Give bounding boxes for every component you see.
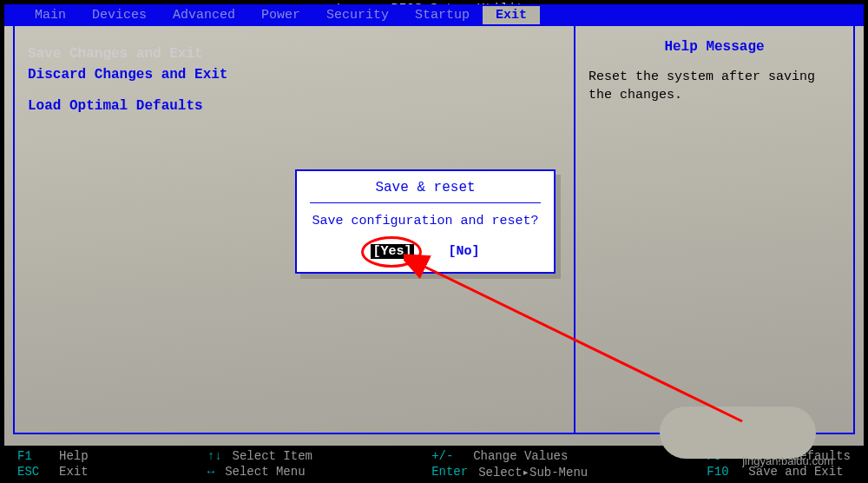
action-select-item: Select Item: [233, 449, 312, 463]
menu-security[interactable]: Security: [313, 6, 402, 24]
menu-devices[interactable]: Devices: [79, 6, 160, 24]
key-f10: F10: [707, 465, 738, 479]
key-esc: ESC: [17, 465, 49, 479]
menu-power[interactable]: Power: [248, 6, 313, 24]
key-updown: ↑↓: [207, 449, 222, 463]
confirm-dialog: Save & reset Save configuration and rese…: [295, 169, 556, 274]
key-enter: Enter: [431, 465, 468, 480]
action-select-menu: Select Menu: [225, 465, 305, 479]
option-load-defaults[interactable]: Load Optimal Defaults: [28, 96, 561, 116]
watermark-bg: [660, 407, 816, 459]
key-leftright: ↔: [207, 465, 214, 479]
action-change-values: Change Values: [473, 449, 568, 463]
dialog-message: Save configuration and reset?: [310, 214, 541, 228]
menu-startup[interactable]: Startup: [402, 6, 483, 24]
action-exit: Exit: [59, 465, 89, 479]
yes-button[interactable]: [Yes]: [371, 244, 413, 259]
menu-exit[interactable]: Exit: [483, 6, 540, 24]
option-discard-exit[interactable]: Discard Changes and Exit: [28, 64, 561, 85]
option-save-exit[interactable]: Save Changes and Exit: [28, 43, 561, 64]
key-f1: F1: [17, 449, 49, 463]
menu-main[interactable]: Main: [22, 6, 79, 24]
action-submenu: Select▸Sub-Menu: [478, 465, 588, 480]
key-plusminus: +/-: [431, 449, 463, 463]
menu-bar: Main Devices Advanced Power Security Sta…: [4, 4, 864, 26]
help-text: Reset the system after saving the change…: [589, 68, 840, 104]
dialog-buttons: [Yes] [No]: [310, 244, 541, 259]
help-panel: Help Message Reset the system after savi…: [575, 26, 853, 433]
menu-advanced[interactable]: Advanced: [160, 6, 248, 24]
help-title: Help Message: [589, 39, 840, 55]
watermark: jingyan.baidu.com: [742, 454, 833, 467]
no-button[interactable]: [No]: [449, 244, 480, 259]
dialog-title: Save & reset: [310, 180, 541, 203]
action-help: Help: [59, 449, 89, 463]
